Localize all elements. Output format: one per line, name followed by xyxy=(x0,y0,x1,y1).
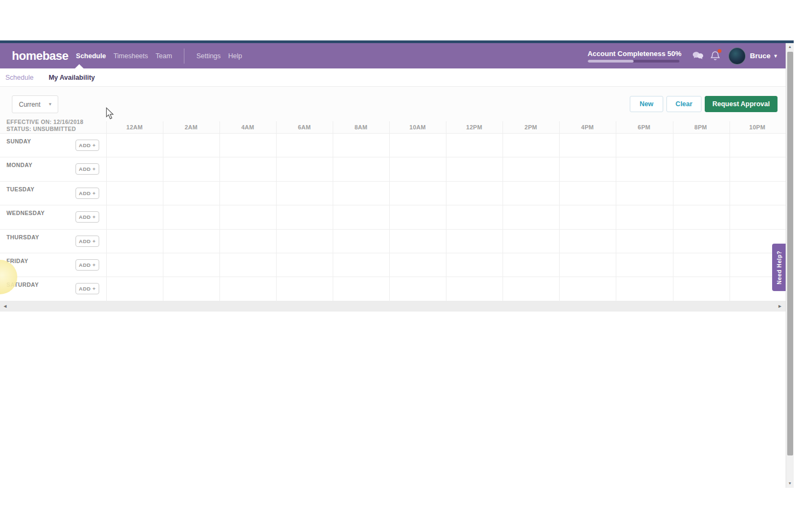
nav-item-settings[interactable]: Settings xyxy=(196,52,221,60)
period-dropdown-value: Current xyxy=(19,101,40,108)
need-help-label: Need Help? xyxy=(776,251,782,285)
time-label: 6PM xyxy=(616,121,672,133)
time-label: 10AM xyxy=(389,121,446,133)
add-availability-button[interactable]: ADD + xyxy=(75,259,99,271)
day-row-saturday: SATURDAY ADD + xyxy=(0,277,786,301)
header-right: Account Completeness 50% Bruce xyxy=(588,47,778,65)
account-progress-fill xyxy=(588,60,634,63)
clear-button[interactable]: Clear xyxy=(666,96,701,112)
horizontal-scrollbar[interactable]: ◄ ► xyxy=(0,301,786,312)
chevron-down-icon[interactable]: ▼ xyxy=(773,53,778,59)
add-availability-button[interactable]: ADD + xyxy=(75,188,99,199)
chevron-down-icon: ▼ xyxy=(48,102,52,107)
subtab-schedule[interactable]: Schedule xyxy=(5,74,33,81)
request-approval-button[interactable]: Request Approval xyxy=(705,96,778,112)
time-label: 2AM xyxy=(163,121,219,133)
nav-divider xyxy=(184,49,184,64)
time-label: 8PM xyxy=(672,121,729,133)
nav-item-schedule[interactable]: Schedule xyxy=(76,52,106,60)
effective-on-label: EFFECTIVE ON: 12/16/2018 xyxy=(6,119,84,126)
user-name[interactable]: Bruce xyxy=(750,52,771,60)
subtab-my-availability[interactable]: My Availability xyxy=(49,74,95,81)
time-label: 8AM xyxy=(333,121,389,133)
time-label: 6AM xyxy=(276,121,333,133)
vertical-scrollbar-thumb[interactable] xyxy=(787,52,793,455)
add-availability-button[interactable]: ADD + xyxy=(75,140,99,151)
nav-item-help[interactable]: Help xyxy=(228,52,242,60)
status-label: STATUS: UNSUBMITTED xyxy=(6,126,84,133)
day-label: SUNDAY xyxy=(6,138,31,144)
day-row-sunday: SUNDAY ADD + xyxy=(0,134,786,157)
vertical-scrollbar[interactable]: ▲ ▼ xyxy=(786,43,794,488)
homebase-logo[interactable]: homebase xyxy=(12,49,68,63)
add-availability-button[interactable]: ADD + xyxy=(75,283,99,294)
time-label: 10PM xyxy=(729,121,786,133)
day-label: FRIDAY xyxy=(6,258,29,264)
day-row-tuesday: TUESDAY ADD + xyxy=(0,182,786,205)
scroll-left-icon[interactable]: ◄ xyxy=(3,301,8,312)
nav-item-timesheets[interactable]: Timesheets xyxy=(113,52,148,60)
time-label: 2PM xyxy=(503,121,559,133)
new-button[interactable]: New xyxy=(630,96,663,112)
page: homebase Schedule Timesheets Team Settin… xyxy=(0,0,798,532)
chat-bubbles-icon[interactable] xyxy=(692,51,704,60)
time-label: 4PM xyxy=(559,121,616,133)
add-availability-button[interactable]: ADD + xyxy=(75,236,99,247)
active-tab-notch xyxy=(75,64,84,68)
notification-dot xyxy=(718,49,721,53)
day-label: SATURDAY xyxy=(6,281,39,288)
app-header: homebase Schedule Timesheets Team Settin… xyxy=(0,43,786,68)
time-header-row: 12AM 2AM 4AM 6AM 8AM 10AM 12PM 2PM 4PM 6… xyxy=(106,121,786,133)
availability-grid: SUNDAY ADD + MONDAY ADD + TUESDAY ADD + … xyxy=(0,133,786,301)
bell-icon[interactable] xyxy=(711,51,720,61)
day-label: TUESDAY xyxy=(6,186,35,192)
add-availability-button[interactable]: ADD + xyxy=(75,211,99,223)
account-completeness: Account Completeness 50% xyxy=(588,50,682,63)
account-progress-track xyxy=(588,60,679,63)
avatar[interactable] xyxy=(728,47,746,65)
availability-meta: EFFECTIVE ON: 12/16/2018 STATUS: UNSUBMI… xyxy=(6,119,84,133)
nav-item-team[interactable]: Team xyxy=(156,52,173,60)
main-nav: Schedule Timesheets Team Settings Help xyxy=(76,49,242,64)
need-help-tab[interactable]: Need Help? xyxy=(772,244,786,291)
day-row-thursday: THURSDAY ADD + xyxy=(0,230,786,253)
day-row-wednesday: WEDNESDAY ADD + xyxy=(0,205,786,229)
scroll-right-icon[interactable]: ► xyxy=(778,301,782,312)
scroll-up-icon[interactable]: ▲ xyxy=(786,45,794,49)
account-completeness-label: Account Completeness 50% xyxy=(588,50,682,58)
sub-nav: Schedule My Availability xyxy=(0,68,786,87)
time-label: 4AM xyxy=(219,121,276,133)
time-label: 12AM xyxy=(106,121,163,133)
day-label: WEDNESDAY xyxy=(6,210,45,216)
day-label: MONDAY xyxy=(6,162,32,168)
time-label: 12PM xyxy=(446,121,503,133)
day-row-friday: FRIDAY ADD + xyxy=(0,253,786,277)
day-row-monday: MONDAY ADD + xyxy=(0,157,786,181)
period-dropdown[interactable]: Current ▼ xyxy=(12,95,58,113)
add-availability-button[interactable]: ADD + xyxy=(75,163,99,175)
day-label: THURSDAY xyxy=(6,234,39,240)
scroll-down-icon[interactable]: ▼ xyxy=(786,481,794,485)
